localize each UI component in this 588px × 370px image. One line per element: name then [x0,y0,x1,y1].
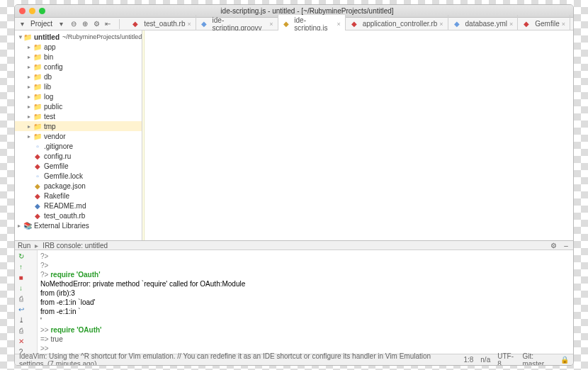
tree-item-test_oauth-rb[interactable]: ◆test_oauth.rb [15,211,142,220]
hide-icon[interactable]: ⇤ [103,20,112,28]
console-line: ?> [40,261,570,270]
console[interactable]: ?> ?> ?> require 'Oauth' NoMethodError: … [38,250,573,366]
down-icon[interactable]: ↓ [16,284,26,293]
close-tab-icon[interactable]: × [188,21,191,28]
tree-item-Gemfile[interactable]: ◆Gemfile [15,161,142,171]
encoding[interactable]: UTF-8 [497,352,515,366]
tree-item-lib[interactable]: ▸📁lib [15,82,142,91]
tab-label: Gemfile [535,20,559,28]
project-panel[interactable]: ▼📁untitled ~/RubymineProjects/untitled▸📁… [15,30,142,240]
status-na: n/a [480,356,490,364]
close-icon[interactable] [19,8,26,14]
tree-item-test[interactable]: ▸📁test [15,111,142,121]
minimize-panel-icon[interactable]: – [562,241,570,250]
tree-item-public[interactable]: ▸📁public [15,101,142,111]
main-split: ▼📁untitled ~/RubymineProjects/untitled▸📁… [15,30,573,240]
tree-item-config-ru[interactable]: ◆config.ru [15,151,142,161]
editor[interactable] [142,30,573,240]
tree-item-config[interactable]: ▸📁config [15,62,142,72]
close-tab-icon[interactable]: × [562,21,565,28]
tree-item-README-md[interactable]: ◆README.md [15,201,142,211]
window-title: ide-scripting.js - untitled - [~/Rubymin… [45,7,569,15]
close-tab-icon[interactable]: × [337,21,340,28]
close-tab-icon[interactable]: × [509,21,513,28]
project-icon: ▾ [18,20,26,28]
window-controls [19,8,45,14]
project-tree: ▼📁untitled ~/RubymineProjects/untitled▸📁… [15,30,142,232]
toolbar-icons: ⊖ ⊕ ⚙ ⇤ [69,20,112,28]
divider [119,19,120,29]
tree-item-package-json[interactable]: ◆package.json [15,181,142,191]
tree-item-app[interactable]: ▸📁app [15,42,142,52]
cursor-position: 1:8 [463,356,473,364]
tree-item-vendor[interactable]: ▸📁vendor [15,131,142,141]
run-body: ↻ ↑ ■ ↓ ⎙ ↩ ⤓ ⎙ ✕ ? ▶ ?> ?> ?> require '… [15,250,573,366]
ide-window: ide-scripting.js - untitled - [~/Rubymin… [14,4,574,366]
print-icon[interactable]: ⎙ [16,326,26,335]
tree-external-libraries[interactable]: ▸📚External Libraries [15,220,142,230]
project-toolbar: ▾ Project ▾ ⊖ ⊕ ⚙ ⇤ ◆test_oauth.rb×◆ide-… [15,18,573,30]
console-line: from -e:1:in `' [40,307,570,325]
tree-item-bin[interactable]: ▸📁bin [15,52,142,62]
run-tab[interactable]: Run [18,242,30,250]
zoom-icon[interactable] [39,8,45,14]
irb-console-tab[interactable]: IRB console: untitled [43,242,108,250]
git-branch[interactable]: Git: master [522,352,553,366]
status-message: IdeaVim: Using the ^R shortcut for Vim e… [19,352,456,366]
run-tools: ↻ ↑ ■ ↓ ⎙ ↩ ⤓ ⎙ ✕ ? ▶ [15,250,38,366]
editor-area [142,30,573,240]
console-line: from -e:1:in `load' [40,298,570,307]
tree-item-tmp[interactable]: ▸📁tmp [15,121,142,131]
lock-icon[interactable]: 🔒 [560,356,569,364]
console-line: => true [40,335,570,344]
tab-label: application_controller.rb [363,20,438,28]
scroll-icon[interactable]: ⤓ [16,315,26,325]
gear-icon[interactable]: ⚙ [92,20,101,28]
tree-item-Gemfile-lock[interactable]: ▫Gemfile.lock [15,171,142,181]
console-line: >> require 'OAuth' [40,325,570,335]
file-icon: ◆ [522,21,531,28]
statusbar: IdeaVim: Using the ^R shortcut for Vim e… [15,354,573,365]
run-header: Run ▸ IRB console: untitled ⚙ – [15,241,573,250]
stop-icon[interactable]: ■ [16,273,26,282]
tab-label: database.yml [465,20,507,28]
file-icon: ◆ [283,21,290,28]
clear-icon[interactable]: ✕ [16,337,26,346]
file-icon: ◆ [350,21,358,28]
tab-label: ide-scripting.js [294,16,334,32]
close-tab-icon[interactable]: × [269,21,273,28]
close-tab-icon[interactable]: × [439,21,443,28]
tab-label: test_oauth.rb [144,20,185,28]
run-panel: Run ▸ IRB console: untitled ⚙ – ↻ ↑ ■ ↓ … [15,240,573,354]
gutter [142,30,145,240]
filter-icon[interactable]: ⎙ [16,294,26,303]
file-icon: ◆ [453,21,461,28]
console-line: ?> require 'Oauth' [40,270,570,279]
minimize-icon[interactable] [29,8,35,14]
soft-wrap-icon[interactable]: ↩ [16,305,26,314]
console-line: ?> [40,252,570,261]
collapse-icon[interactable]: ⊖ [69,20,78,28]
tab-label: ide-scripting.groovy [213,16,268,32]
tree-item-Rakefile[interactable]: ◆Rakefile [15,191,142,201]
file-icon: ◆ [200,21,208,28]
target-icon[interactable]: ⊕ [81,20,89,28]
tree-item-db[interactable]: ▸📁db [15,72,142,82]
file-icon: ◆ [131,21,140,28]
dropdown-icon[interactable]: ▾ [57,20,65,28]
rerun-icon[interactable]: ↻ [16,252,26,261]
settings-icon[interactable]: ⚙ [549,241,558,250]
project-label[interactable]: Project [30,20,52,28]
up-icon[interactable]: ↑ [16,262,26,271]
console-line: NoMethodError: private method `require' … [40,279,570,288]
console-line: from (irb):3 [40,288,570,298]
tree-item-log[interactable]: ▸📁log [15,91,142,101]
tree-item--gitignore[interactable]: ▫.gitignore [15,141,142,151]
tree-root[interactable]: ▼📁untitled ~/RubymineProjects/untitled [15,32,142,42]
